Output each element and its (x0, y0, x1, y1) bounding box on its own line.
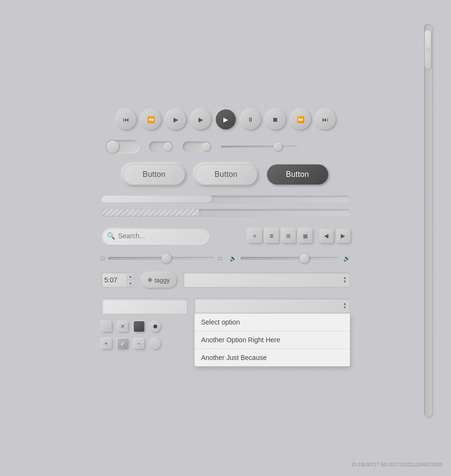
range-sliders-row: □ □ 🔈 🔊 (101, 255, 350, 262)
scrollbar[interactable] (424, 24, 432, 417)
range-slider-1-wrap: □ □ (101, 255, 222, 262)
progress-fill-1 (101, 196, 213, 203)
radio-filled[interactable] (150, 321, 161, 332)
range-icon-small: □ (101, 255, 104, 262)
skip-back-button[interactable]: ⏮ (116, 109, 136, 129)
search-container: 🔍 (101, 227, 241, 244)
checkbox-empty[interactable] (101, 321, 112, 332)
rewind-button[interactable]: ⏪ (141, 109, 161, 129)
dropdown-option-3[interactable]: Another Just Because (195, 349, 350, 366)
bottom-left: ✕ + ✓ − (101, 298, 187, 349)
play-button-2[interactable]: ▶ (191, 109, 211, 129)
progress-fill-2 (101, 209, 201, 217)
time-input[interactable]: 5:07 ▲ ▼ (101, 272, 135, 288)
pause-button[interactable]: ⏸ (241, 109, 261, 129)
tag-label: taggy (155, 277, 170, 284)
skip-forward-button[interactable]: ⏭ (315, 109, 335, 129)
checkboxes-row-1: ✕ (101, 321, 187, 332)
progress-section (101, 196, 350, 217)
checkbox-plus[interactable]: + (101, 338, 112, 349)
checkboxes-row-2: + ✓ − (101, 338, 187, 349)
search-input[interactable] (101, 227, 209, 244)
play-button-1[interactable]: ▶ (166, 109, 186, 129)
volume-low-icon: 🔈 (230, 255, 237, 262)
fast-forward-button[interactable]: ⏩ (290, 109, 311, 129)
hslider-knob[interactable] (274, 142, 282, 151)
play-button-dark[interactable]: ▶ (216, 109, 236, 129)
media-buttons-row: ⏮ ⏪ ▶ ▶ ▶ ⏸ ⏹ ⏩ ⏭ (101, 109, 350, 129)
bottom-row: ✕ + ✓ − ▲ ▼ (101, 298, 350, 367)
range-icon-large: □ (218, 255, 221, 262)
toggle-2[interactable] (149, 141, 173, 152)
buttons-row: Button Button Button (101, 164, 350, 185)
nav-forward-btn[interactable]: ▶ (336, 229, 350, 243)
stepper-down[interactable]: ▼ (127, 280, 134, 288)
button-2[interactable]: Button (195, 164, 257, 185)
thumb-line-2 (427, 50, 429, 50)
main-container: ⏮ ⏪ ▶ ▶ ▶ ⏸ ⏹ ⏩ ⏭ Button Button (101, 109, 350, 367)
toggles-row (101, 140, 350, 153)
toggle-1[interactable] (106, 140, 139, 153)
thumb-line-1 (427, 48, 429, 48)
dropdown-select-1[interactable]: ▲ ▼ (183, 272, 350, 288)
progress-bar-1[interactable] (101, 196, 350, 203)
range-knob-2[interactable] (300, 254, 309, 263)
search-icon: 🔍 (107, 232, 115, 240)
range-slider-2-wrap: 🔈 🔊 (230, 255, 350, 262)
dropdown-option-1[interactable]: Select option (195, 313, 350, 331)
toggle-1-knob (106, 140, 119, 153)
stop-button[interactable]: ⏹ (266, 109, 286, 129)
dropdown-menu: Select option Another Option Right Here … (194, 313, 350, 367)
dropdown-arrows-1: ▲ ▼ (343, 276, 347, 284)
range-knob-1[interactable] (162, 254, 171, 263)
nav-arrows: ◀ ▶ (319, 229, 350, 243)
dropdown-trigger[interactable]: ▲ ▼ (194, 298, 350, 313)
radio-dot (153, 325, 157, 328)
controls-row: 5:07 ▲ ▼ taggy ▲ ▼ (101, 272, 350, 288)
toggle-3[interactable] (183, 141, 211, 152)
dropdown-option-2[interactable]: Another Option Right Here (195, 331, 350, 349)
checkbox-check[interactable]: ✓ (117, 338, 128, 349)
range-track-2[interactable] (241, 257, 339, 260)
tag-pill[interactable]: taggy (141, 272, 177, 288)
checkbox-solid[interactable] (134, 321, 144, 332)
dropdown-menu-container: ▲ ▼ Select option Another Option Right H… (194, 298, 350, 367)
dropdown-arrows-2: ▲ ▼ (343, 302, 347, 310)
view-list2-btn[interactable]: ≣ (265, 229, 279, 243)
range-track-1[interactable] (108, 257, 215, 260)
checkbox-minus[interactable]: − (134, 338, 144, 349)
search-viewicons-row: 🔍 ≡ ≣ ⊞ ▦ ◀ ▶ (101, 227, 350, 244)
view-icons-group: ≡ ≣ ⊞ ▦ (248, 229, 312, 243)
watermark: ID:19530717 NO:20171010112646373000 (352, 462, 442, 467)
view-barcode-btn[interactable]: ▦ (298, 229, 312, 243)
text-input-box[interactable] (101, 298, 187, 314)
scrollbar-thumb[interactable] (425, 31, 431, 69)
view-list-btn[interactable]: ≡ (248, 229, 262, 243)
thumb-line-3 (427, 52, 429, 52)
button-3[interactable]: Button (267, 164, 328, 185)
toggle-3-knob (202, 142, 210, 151)
toggle-2-knob (163, 142, 172, 151)
view-grid-btn[interactable]: ⊞ (281, 229, 296, 243)
stepper-buttons: ▲ ▼ (127, 273, 134, 287)
tag-dot (148, 278, 152, 282)
progress-bar-2[interactable] (101, 209, 350, 217)
volume-high-icon: 🔊 (343, 255, 350, 262)
radio-empty[interactable] (150, 338, 161, 349)
checkbox-x[interactable]: ✕ (117, 321, 128, 332)
hslider-wrap (221, 146, 298, 148)
hslider[interactable] (221, 146, 298, 148)
stepper-up[interactable]: ▲ (127, 273, 134, 280)
nav-back-btn[interactable]: ◀ (319, 229, 334, 243)
button-1[interactable]: Button (123, 164, 185, 185)
